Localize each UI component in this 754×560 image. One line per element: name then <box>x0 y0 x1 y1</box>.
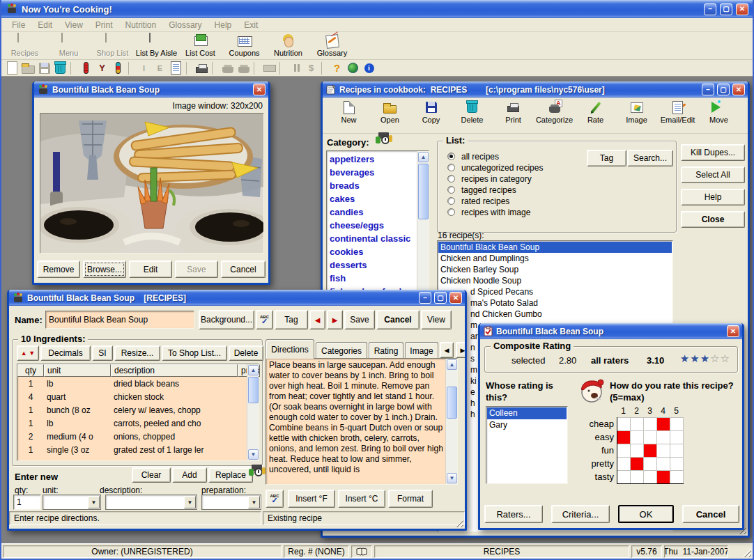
directions-scrollbar[interactable]: ▲ ▼ <box>445 359 457 484</box>
small-toolbar-printer-icon[interactable] <box>194 61 210 75</box>
si-button[interactable]: SI <box>92 345 113 361</box>
rating-cell-pretty-5[interactable] <box>670 457 684 470</box>
rating-cell-easy-5[interactable] <box>670 430 684 444</box>
category-item-cheese-eggs[interactable]: cheese/eggs <box>327 219 416 232</box>
toolbar-list-by-aisle[interactable]: List By Aisle <box>134 33 178 59</box>
rating-cell-pretty-4[interactable] <box>657 457 670 470</box>
rating-cell-tasty-2[interactable] <box>631 470 644 483</box>
tab-image[interactable]: Image <box>405 342 438 359</box>
rater-row-colleen[interactable]: Colleen <box>487 407 567 419</box>
editor-minimize-button[interactable]: – <box>419 292 431 304</box>
recipe-row[interactable]: Chicken Barley Soup <box>438 264 672 275</box>
menu-help[interactable]: Help <box>208 19 238 31</box>
rating-cell-cheap-3[interactable] <box>644 417 657 430</box>
toolbar-list-cost[interactable]: List Cost <box>178 33 222 59</box>
ingredient-row[interactable]: 1lbcarrots, peeled and cho <box>17 417 259 430</box>
list-option-recipes-in-category[interactable]: recipes in category <box>446 173 670 185</box>
menu-file[interactable]: File <box>6 19 31 31</box>
cookbook-toolbar-image[interactable]: Image <box>616 100 657 132</box>
rating-cell-easy-4[interactable] <box>657 430 670 444</box>
grid-header-qty[interactable]: qty <box>17 364 44 377</box>
category-item-candies[interactable]: candies <box>327 205 416 219</box>
category-item-fish[interactable]: fish <box>327 272 416 285</box>
toolbar-coupons[interactable]: Coupons <box>222 33 266 59</box>
rating-cell-easy-1[interactable] <box>617 430 631 444</box>
ingredient-row[interactable]: 1lbdried black beans <box>17 378 259 391</box>
radio-unselected[interactable] <box>447 208 455 216</box>
small-toolbar-edit-doc-icon[interactable] <box>168 61 184 75</box>
rating-cell-cheap-2[interactable] <box>631 417 644 430</box>
small-toolbar-info-icon[interactable]: i <box>361 61 377 75</box>
tag-button[interactable]: Tag <box>587 150 626 166</box>
recipe-row[interactable]: Bountiful Black Bean Soup <box>438 242 672 253</box>
cookbook-toolbar-rate[interactable]: Rate <box>575 100 616 132</box>
list-option-tagged-recipes[interactable]: tagged recipes <box>446 185 670 196</box>
category-item-desserts[interactable]: desserts <box>327 258 416 272</box>
rating-cell-fun-5[interactable] <box>670 444 684 457</box>
tab-categories[interactable]: Categories <box>316 342 367 359</box>
rating-cell-fun-2[interactable] <box>631 444 644 457</box>
rating-cell-tasty-4[interactable] <box>657 470 670 483</box>
menu-print[interactable]: Print <box>89 19 119 31</box>
ingredients-scrollbar[interactable]: ▲ ▼ <box>247 364 259 460</box>
select-all-button[interactable]: Select All <box>681 166 745 183</box>
next-recipe-button[interactable]: ▶ <box>327 310 343 329</box>
recipe-row[interactable]: ma's Potato Salad <box>438 297 672 309</box>
resize-button[interactable]: Resize... <box>114 345 160 361</box>
rating-cell-fun-4[interactable] <box>657 444 670 457</box>
cookbook-toolbar-email-edit[interactable]: Email/Edit <box>657 100 698 132</box>
grid-header-unit[interactable]: unit <box>44 364 111 377</box>
cookbook-titlebar[interactable]: Recipes in cookbook: RECIPES [c:\program… <box>323 81 748 98</box>
editor-titlebar[interactable]: Bountiful Black Bean Soup [RECIPES] – ▢ … <box>9 290 465 306</box>
decimals-button[interactable]: Decimals <box>40 345 91 361</box>
small-toolbar-web-globe-icon[interactable] <box>345 61 361 75</box>
cookbook-toolbar-open[interactable]: Open <box>369 100 410 132</box>
raters-button[interactable]: Raters... <box>484 505 543 523</box>
background-button[interactable]: Background... <box>199 310 254 329</box>
editor-maximize-button[interactable]: ▢ <box>434 292 447 304</box>
category-item-appetizers[interactable]: appetizers <box>327 153 416 166</box>
scroll-down-arrow[interactable]: ▼ <box>248 449 259 460</box>
to-shop-list-button[interactable]: To Shop List... <box>162 345 227 361</box>
rating-titlebar[interactable]: Bountiful Black Bean Soup ✕ <box>480 323 742 339</box>
maximize-button[interactable]: ▢ <box>720 3 732 15</box>
recipe-row[interactable]: Chicken Noodle Soup <box>438 275 672 286</box>
toolbar-nutrition[interactable]: Nutrition <box>266 33 310 59</box>
small-toolbar-multi-bar-icon[interactable] <box>110 61 126 75</box>
rating-cell-pretty-1[interactable] <box>617 457 631 470</box>
clear-button[interactable]: Clear <box>132 467 171 483</box>
menu-edit[interactable]: Edit <box>31 19 59 31</box>
cookbook-toolbar-delete[interactable]: Delete <box>452 100 493 132</box>
cookbook-toolbar-print[interactable]: Print <box>493 100 534 132</box>
qty-input[interactable]: 1 <box>13 495 41 510</box>
radio-selected[interactable] <box>447 153 455 160</box>
edit-button[interactable]: Edit <box>129 260 172 278</box>
cancel-button[interactable]: Cancel <box>221 260 266 278</box>
ingredient-row[interactable]: 1bunch (8 ozcelery w/ leaves, chopp <box>17 404 259 417</box>
dropdown-arrow-icon[interactable]: ▼ <box>88 496 100 508</box>
spellcheck-button[interactable]: ABC✓ <box>266 490 284 508</box>
radio-unselected[interactable] <box>447 175 455 182</box>
save-button[interactable]: Save <box>175 260 218 278</box>
rating-cell-fun-1[interactable] <box>617 444 631 457</box>
help-button[interactable]: Help <box>681 189 745 205</box>
list-option-recipes-with-image[interactable]: recipes with image <box>446 207 670 218</box>
cookbook-minimize-button[interactable]: – <box>702 84 714 95</box>
ingredient-row[interactable]: 2medium (4 oonions, chopped <box>17 430 259 444</box>
category-item-beverages[interactable]: beverages <box>327 166 416 179</box>
recipe-row[interactable]: nd Chicken Gumbo <box>438 309 672 320</box>
description-combo[interactable]: ▼ <box>105 495 197 510</box>
category-item-continental-classic[interactable]: continental classic <box>327 232 416 245</box>
cancel-button[interactable]: Cancel <box>682 505 739 523</box>
raters-listbox[interactable]: ColleenGary <box>486 406 568 484</box>
category-item-breads[interactable]: breads <box>327 179 416 192</box>
ingredient-row[interactable]: 1single (3 ozgrated zest of 1 large ler <box>17 444 259 457</box>
radio-unselected[interactable] <box>447 164 455 171</box>
resize-grip[interactable] <box>743 549 751 557</box>
small-toolbar-single-bar-red-icon[interactable] <box>78 61 94 75</box>
scroll-thumb[interactable] <box>248 377 259 403</box>
insert-c-button[interactable]: Insert °C <box>338 490 385 508</box>
cookbook-toolbar-move[interactable]: Move <box>698 100 739 132</box>
scroll-thumb[interactable] <box>447 387 457 419</box>
editor-resize-grip[interactable] <box>455 519 463 527</box>
